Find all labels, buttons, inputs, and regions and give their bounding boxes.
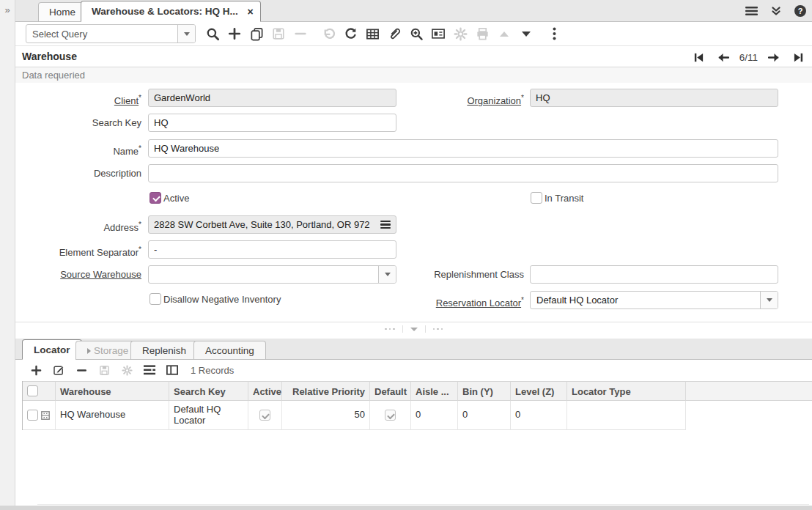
checkbox-unchecked-icon: [531, 192, 542, 204]
detail-edit-button[interactable]: [50, 362, 67, 378]
description-label: Description: [15, 164, 141, 182]
bottom-divider: [37, 504, 809, 505]
refresh-button[interactable]: [339, 24, 361, 43]
help-icon[interactable]: ?: [794, 5, 806, 17]
tab-locator[interactable]: Locator: [22, 339, 82, 360]
row-select-cell: [23, 401, 56, 430]
default-checked-icon: [385, 410, 396, 421]
previous-record-icon[interactable]: [714, 48, 733, 66]
tab-replenish[interactable]: Replenish: [130, 341, 198, 360]
row-select-checkbox[interactable]: [27, 410, 38, 421]
last-record-icon[interactable]: [789, 48, 808, 66]
detail-panel-layout-icon[interactable]: [163, 362, 181, 378]
organization-field[interactable]: [530, 89, 778, 107]
collapsed-sidebar[interactable]: »: [0, 0, 15, 510]
tab-accounting[interactable]: Accounting: [193, 341, 266, 360]
select-all-checkbox[interactable]: [27, 385, 38, 396]
panel-splitter[interactable]: [15, 322, 812, 336]
reservation-locator-combobox[interactable]: Default HQ Locator: [530, 291, 778, 309]
active-checkbox-label: Active: [163, 193, 189, 204]
select-all-header[interactable]: [23, 381, 56, 401]
required-asterisk: *: [521, 94, 524, 102]
table-row[interactable]: HQ Warehouse Default HQ Locator 50 0 0 0: [22, 401, 812, 430]
row-edit-icon[interactable]: [41, 411, 50, 420]
collapse-all-icon[interactable]: [771, 6, 781, 16]
cell-aisle: 0: [411, 401, 458, 430]
col-bin-y[interactable]: Bin (Y): [458, 381, 511, 401]
disallow-negative-inventory-label: Disallow Negative Inventory: [163, 294, 281, 305]
required-asterisk: *: [139, 144, 141, 152]
active-checkbox[interactable]: Active: [150, 192, 189, 204]
report-button[interactable]: [427, 24, 449, 43]
col-level-z[interactable]: Level (Z): [511, 381, 567, 401]
grid-toggle-button[interactable]: [361, 24, 383, 43]
search-key-field[interactable]: [148, 114, 396, 132]
col-search-key[interactable]: Search Key: [169, 381, 248, 401]
next-record-icon[interactable]: [764, 48, 783, 66]
element-separator-label: Element Separator*: [15, 240, 141, 259]
required-asterisk: *: [521, 296, 524, 304]
col-default[interactable]: Default: [370, 381, 411, 401]
expand-sidebar-icon[interactable]: »: [0, 4, 15, 15]
select-query-dropdown-icon[interactable]: [177, 25, 195, 42]
tab-arrow-icon: [87, 348, 91, 354]
checkbox-checked-icon: [150, 192, 161, 204]
replenishment-class-field[interactable]: [530, 265, 778, 284]
first-record-icon[interactable]: [690, 48, 709, 66]
name-label: Name*: [15, 139, 141, 158]
col-aisle[interactable]: Aisle ...: [411, 381, 458, 401]
zoom-across-button[interactable]: [405, 24, 427, 43]
attachment-icon[interactable]: [383, 24, 405, 43]
warehouse-form: Client* Organization* Search Key Name* D…: [15, 83, 812, 322]
col-active[interactable]: Active: [248, 381, 282, 401]
cell-active: [248, 401, 282, 430]
source-warehouse-combobox[interactable]: [148, 265, 396, 284]
col-relative-priority[interactable]: Relative Priority: [282, 381, 370, 401]
detail-tabbar: Locator Storage Replenish Accounting: [15, 339, 812, 360]
element-separator-field[interactable]: [148, 240, 396, 259]
close-tab-icon[interactable]: ×: [248, 1, 254, 22]
application-window: » Home Warehouse & Locators: HQ H... × ?: [0, 0, 812, 510]
window-tabbar: Home Warehouse & Locators: HQ H... × ?: [15, 0, 812, 22]
splitter-collapse-icon[interactable]: [410, 328, 418, 331]
address-editor-icon: [380, 219, 391, 230]
splitter-handle: [385, 328, 395, 330]
required-asterisk: *: [139, 245, 141, 254]
tab-warehouse-label: Warehouse & Locators: HQ H...: [92, 6, 238, 17]
tab-warehouse-locators[interactable]: Warehouse & Locators: HQ H... ×: [81, 1, 261, 22]
copy-record-button[interactable]: [246, 24, 267, 43]
save-button: [267, 24, 289, 43]
detail-record-icon[interactable]: [515, 24, 537, 43]
print-button: [471, 24, 493, 43]
in-transit-checkbox[interactable]: In Transit: [531, 192, 583, 204]
search-key-label: Search Key: [15, 114, 141, 132]
organization-label: Organization*: [382, 89, 524, 107]
find-record-button[interactable]: [202, 24, 224, 43]
col-warehouse[interactable]: Warehouse: [56, 381, 169, 401]
col-locator-type[interactable]: Locator Type: [567, 381, 686, 401]
splitter-handle: [433, 328, 443, 330]
disallow-negative-inventory-checkbox[interactable]: Disallow Negative Inventory: [150, 293, 281, 305]
name-field[interactable]: [148, 139, 778, 158]
new-record-button[interactable]: [224, 24, 246, 43]
source-warehouse-value: [149, 266, 378, 283]
record-navigation: 6/11: [690, 46, 808, 68]
address-field[interactable]: 2828 SW Corbett Ave, Suite 130, Portland…: [148, 215, 396, 234]
detail-gear-icon: [118, 362, 136, 378]
locator-table: Warehouse Search Key Active Relative Pri…: [22, 381, 812, 430]
select-query-input[interactable]: [26, 25, 177, 42]
more-actions-icon[interactable]: [543, 24, 565, 43]
detail-delete-button[interactable]: [73, 362, 90, 378]
detail-panel: Locator Storage Replenish Accounting 1 R…: [15, 336, 812, 506]
detail-list-view-icon[interactable]: [141, 362, 158, 378]
table-header-row: Warehouse Search Key Active Relative Pri…: [22, 381, 812, 401]
reservation-locator-dropdown-icon[interactable]: [760, 292, 778, 308]
tab-home[interactable]: Home: [38, 2, 86, 22]
detail-new-button[interactable]: [27, 362, 45, 378]
checkbox-unchecked-icon: [150, 293, 161, 305]
tab-home-label: Home: [49, 7, 75, 18]
reservation-locator-value: Default HQ Locator: [531, 292, 760, 308]
client-field[interactable]: [148, 89, 396, 107]
menu-icon[interactable]: [745, 6, 758, 16]
description-field[interactable]: [148, 164, 778, 182]
